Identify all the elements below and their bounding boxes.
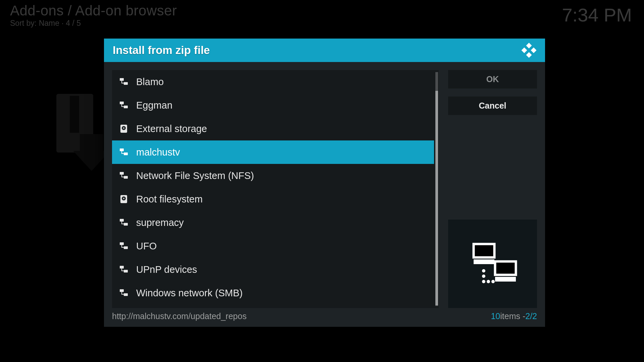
svg-rect-48: [495, 277, 516, 282]
svg-rect-42: [124, 293, 128, 296]
file-row-label: supremacy: [136, 217, 184, 228]
svg-rect-38: [124, 270, 128, 273]
cancel-button[interactable]: Cancel: [448, 97, 537, 115]
file-row[interactable]: Blamo: [112, 70, 434, 94]
svg-rect-41: [120, 289, 124, 292]
file-row-label: UPnP devices: [136, 264, 197, 275]
svg-rect-36: [121, 247, 124, 248]
dialog-title: Install from zip file: [113, 44, 210, 57]
file-row[interactable]: supremacy: [112, 211, 434, 234]
svg-point-51: [482, 280, 485, 283]
network-icon: [119, 242, 128, 250]
network-icon: [119, 101, 128, 110]
dialog-title-bar: Install from zip file: [104, 39, 545, 62]
kodi-logo-icon: [520, 42, 536, 58]
svg-rect-14: [121, 106, 124, 107]
svg-rect-10: [121, 83, 124, 83]
svg-rect-34: [124, 246, 128, 249]
svg-point-2: [70, 99, 79, 109]
file-row[interactable]: UPnP devices: [112, 258, 434, 281]
file-row-label: Blamo: [136, 76, 164, 87]
disk-icon: [119, 195, 128, 203]
network-icon: [119, 171, 128, 180]
svg-rect-6: [526, 52, 532, 58]
file-list: Blamo Eggman External storage malchustv …: [112, 70, 434, 308]
network-icon: [119, 218, 128, 227]
scrollbar[interactable]: [435, 72, 438, 306]
svg-rect-8: [124, 82, 128, 85]
svg-rect-22: [120, 172, 124, 175]
sort-line: Sort by: Name · 4 / 5: [10, 19, 634, 28]
svg-rect-18: [120, 148, 124, 151]
clock: 7:34 PM: [562, 4, 632, 26]
svg-rect-12: [124, 106, 128, 108]
file-browser-pane: Blamo Eggman External storage malchustv …: [112, 70, 439, 308]
file-row[interactable]: Windows network (SMB): [112, 281, 434, 305]
file-row-label: malchustv: [136, 147, 180, 158]
file-row-label: Network File System (NFS): [136, 170, 254, 181]
file-row[interactable]: malchustv: [112, 140, 434, 164]
svg-rect-3: [526, 43, 532, 49]
svg-rect-4: [522, 48, 527, 53]
file-row-label: Eggman: [136, 100, 172, 111]
svg-rect-29: [120, 219, 124, 222]
svg-point-49: [482, 269, 485, 273]
svg-rect-47: [495, 261, 516, 275]
breadcrumb: Add-ons / Add-on browser: [10, 3, 634, 19]
install-from-zip-dialog: Install from zip file Blamo: [104, 39, 545, 327]
source-thumbnail: [448, 220, 537, 308]
network-icon: [119, 289, 128, 297]
file-row-label: Windows network (SMB): [136, 288, 243, 299]
dialog-footer: http://malchustv.com/updated_repos 10 it…: [112, 309, 537, 323]
selected-path: http://malchustv.com/updated_repos: [112, 311, 247, 321]
svg-rect-37: [120, 266, 124, 268]
svg-rect-23: [124, 176, 128, 179]
svg-rect-5: [531, 48, 536, 53]
item-count: 10 items - 2/2: [491, 311, 537, 321]
file-row[interactable]: Root filesystem: [112, 187, 434, 211]
file-row-label: UFO: [136, 241, 157, 252]
network-icon: [119, 265, 128, 274]
svg-rect-21: [121, 153, 124, 154]
svg-rect-40: [121, 270, 124, 271]
network-icon: [119, 77, 128, 86]
background-header: Add-ons / Add-on browser Sort by: Name ·…: [10, 3, 634, 28]
svg-rect-45: [474, 244, 494, 257]
svg-rect-30: [124, 223, 128, 226]
svg-point-28: [123, 198, 124, 199]
ok-button[interactable]: OK: [448, 70, 537, 88]
network-icon: [119, 148, 128, 157]
file-row-label: External storage: [136, 123, 207, 134]
svg-rect-46: [474, 259, 494, 264]
svg-point-50: [482, 275, 485, 278]
svg-point-53: [491, 280, 495, 283]
svg-rect-44: [121, 294, 124, 295]
svg-rect-25: [121, 177, 124, 177]
svg-rect-32: [121, 224, 124, 224]
svg-rect-7: [120, 78, 124, 81]
file-row[interactable]: UFO: [112, 234, 434, 258]
file-row[interactable]: External storage: [112, 117, 434, 140]
svg-rect-19: [124, 153, 128, 155]
svg-rect-33: [120, 242, 124, 245]
file-row[interactable]: Network File System (NFS): [112, 164, 434, 187]
svg-point-52: [487, 280, 490, 283]
zip-download-icon: [56, 94, 110, 171]
svg-rect-11: [120, 102, 124, 104]
svg-point-17: [123, 127, 124, 129]
file-row-label: Root filesystem: [136, 194, 203, 205]
file-row[interactable]: Eggman: [112, 94, 434, 117]
dialog-side-panel: OK Cancel: [448, 70, 537, 308]
disk-icon: [119, 124, 128, 133]
